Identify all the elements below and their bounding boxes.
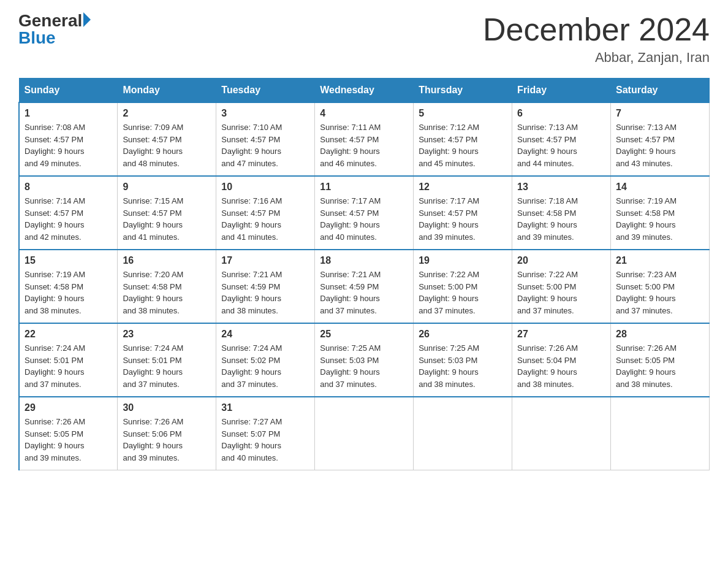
day-number: 3 (221, 108, 309, 119)
calendar-cell: 13 Sunrise: 7:18 AMSunset: 4:58 PMDaylig… (512, 176, 611, 250)
calendar-cell (315, 397, 414, 470)
calendar-cell: 15 Sunrise: 7:19 AMSunset: 4:58 PMDaylig… (19, 250, 118, 323)
month-title: December 2024 (483, 12, 710, 47)
day-info: Sunrise: 7:08 AMSunset: 4:57 PMDaylight:… (25, 121, 112, 169)
calendar-cell: 6 Sunrise: 7:13 AMSunset: 4:57 PMDayligh… (512, 102, 611, 176)
day-info: Sunrise: 7:16 AMSunset: 4:57 PMDaylight:… (221, 195, 309, 243)
day-number: 2 (123, 108, 211, 119)
day-info: Sunrise: 7:24 AMSunset: 5:01 PMDaylight:… (25, 342, 112, 390)
day-number: 14 (616, 182, 704, 193)
day-number: 19 (419, 255, 507, 266)
day-info: Sunrise: 7:21 AMSunset: 4:59 PMDaylight:… (320, 269, 408, 316)
day-info: Sunrise: 7:22 AMSunset: 5:00 PMDaylight:… (517, 269, 605, 316)
day-number: 23 (123, 329, 211, 340)
calendar-cell: 1 Sunrise: 7:08 AMSunset: 4:57 PMDayligh… (19, 102, 118, 176)
day-number: 30 (123, 402, 211, 413)
day-number: 28 (616, 329, 704, 340)
day-info: Sunrise: 7:24 AMSunset: 5:02 PMDaylight:… (221, 342, 309, 390)
calendar-cell (414, 397, 512, 470)
day-info: Sunrise: 7:15 AMSunset: 4:57 PMDaylight:… (123, 195, 211, 243)
calendar-cell: 21 Sunrise: 7:23 AMSunset: 5:00 PMDaylig… (611, 250, 710, 323)
calendar-cell: 12 Sunrise: 7:17 AMSunset: 4:57 PMDaylig… (414, 176, 512, 250)
calendar-cell: 17 Sunrise: 7:21 AMSunset: 4:59 PMDaylig… (216, 250, 315, 323)
calendar-cell: 22 Sunrise: 7:24 AMSunset: 5:01 PMDaylig… (19, 323, 118, 397)
logo-triangle-icon (83, 12, 91, 27)
day-info: Sunrise: 7:27 AMSunset: 5:07 PMDaylight:… (221, 416, 309, 464)
day-info: Sunrise: 7:20 AMSunset: 4:58 PMDaylight:… (123, 269, 211, 316)
day-info: Sunrise: 7:11 AMSunset: 4:57 PMDaylight:… (320, 121, 408, 169)
header-wednesday: Wednesday (315, 79, 414, 103)
title-area: December 2024 Abbar, Zanjan, Iran (483, 12, 710, 66)
calendar-cell: 26 Sunrise: 7:25 AMSunset: 5:03 PMDaylig… (414, 323, 512, 397)
day-info: Sunrise: 7:09 AMSunset: 4:57 PMDaylight:… (123, 121, 211, 169)
day-number: 5 (419, 108, 507, 119)
calendar-cell: 19 Sunrise: 7:22 AMSunset: 5:00 PMDaylig… (414, 250, 512, 323)
location-text: Abbar, Zanjan, Iran (483, 50, 710, 66)
calendar-cell: 27 Sunrise: 7:26 AMSunset: 5:04 PMDaylig… (512, 323, 611, 397)
day-number: 31 (221, 402, 309, 413)
day-number: 1 (25, 108, 112, 119)
day-info: Sunrise: 7:13 AMSunset: 4:57 PMDaylight:… (517, 121, 605, 169)
header-saturday: Saturday (611, 79, 710, 103)
header-sunday: Sunday (19, 79, 118, 103)
logo-general-text: General (18, 12, 82, 29)
day-info: Sunrise: 7:22 AMSunset: 5:00 PMDaylight:… (419, 269, 507, 316)
day-info: Sunrise: 7:25 AMSunset: 5:03 PMDaylight:… (419, 342, 507, 390)
calendar-cell: 7 Sunrise: 7:13 AMSunset: 4:57 PMDayligh… (611, 102, 710, 176)
day-info: Sunrise: 7:26 AMSunset: 5:05 PMDaylight:… (25, 416, 112, 464)
day-info: Sunrise: 7:26 AMSunset: 5:06 PMDaylight:… (123, 416, 211, 464)
calendar-week-4: 22 Sunrise: 7:24 AMSunset: 5:01 PMDaylig… (19, 323, 710, 397)
day-number: 16 (123, 255, 211, 266)
calendar-cell (512, 397, 611, 470)
day-info: Sunrise: 7:17 AMSunset: 4:57 PMDaylight:… (320, 195, 408, 243)
calendar-cell: 5 Sunrise: 7:12 AMSunset: 4:57 PMDayligh… (414, 102, 512, 176)
header-thursday: Thursday (414, 79, 512, 103)
day-info: Sunrise: 7:19 AMSunset: 4:58 PMDaylight:… (25, 269, 112, 316)
day-number: 22 (25, 329, 112, 340)
calendar-cell: 18 Sunrise: 7:21 AMSunset: 4:59 PMDaylig… (315, 250, 414, 323)
calendar-week-3: 15 Sunrise: 7:19 AMSunset: 4:58 PMDaylig… (19, 250, 710, 323)
day-number: 8 (25, 182, 112, 193)
calendar-cell: 10 Sunrise: 7:16 AMSunset: 4:57 PMDaylig… (216, 176, 315, 250)
calendar-week-2: 8 Sunrise: 7:14 AMSunset: 4:57 PMDayligh… (19, 176, 710, 250)
day-info: Sunrise: 7:10 AMSunset: 4:57 PMDaylight:… (221, 121, 309, 169)
day-number: 17 (221, 255, 309, 266)
day-info: Sunrise: 7:14 AMSunset: 4:57 PMDaylight:… (25, 195, 112, 243)
calendar-week-1: 1 Sunrise: 7:08 AMSunset: 4:57 PMDayligh… (19, 102, 710, 176)
day-number: 9 (123, 182, 211, 193)
day-number: 29 (25, 402, 112, 413)
calendar-cell: 8 Sunrise: 7:14 AMSunset: 4:57 PMDayligh… (19, 176, 118, 250)
day-number: 13 (517, 182, 605, 193)
page-header: General Blue December 2024 Abbar, Zanjan… (18, 12, 710, 66)
calendar-cell: 16 Sunrise: 7:20 AMSunset: 4:58 PMDaylig… (118, 250, 216, 323)
calendar-cell: 29 Sunrise: 7:26 AMSunset: 5:05 PMDaylig… (19, 397, 118, 470)
day-info: Sunrise: 7:19 AMSunset: 4:58 PMDaylight:… (616, 195, 704, 243)
day-number: 21 (616, 255, 704, 266)
calendar-cell: 9 Sunrise: 7:15 AMSunset: 4:57 PMDayligh… (118, 176, 216, 250)
calendar-cell: 11 Sunrise: 7:17 AMSunset: 4:57 PMDaylig… (315, 176, 414, 250)
calendar-cell: 25 Sunrise: 7:25 AMSunset: 5:03 PMDaylig… (315, 323, 414, 397)
day-info: Sunrise: 7:24 AMSunset: 5:01 PMDaylight:… (123, 342, 211, 390)
day-number: 6 (517, 108, 605, 119)
calendar-cell: 4 Sunrise: 7:11 AMSunset: 4:57 PMDayligh… (315, 102, 414, 176)
logo-blue-text: Blue (18, 29, 56, 47)
calendar-week-5: 29 Sunrise: 7:26 AMSunset: 5:05 PMDaylig… (19, 397, 710, 470)
day-info: Sunrise: 7:26 AMSunset: 5:05 PMDaylight:… (616, 342, 704, 390)
day-number: 27 (517, 329, 605, 340)
header-friday: Friday (512, 79, 611, 103)
day-info: Sunrise: 7:26 AMSunset: 5:04 PMDaylight:… (517, 342, 605, 390)
calendar-cell: 30 Sunrise: 7:26 AMSunset: 5:06 PMDaylig… (118, 397, 216, 470)
day-number: 18 (320, 255, 408, 266)
day-number: 7 (616, 108, 704, 119)
day-number: 4 (320, 108, 408, 119)
day-info: Sunrise: 7:17 AMSunset: 4:57 PMDaylight:… (419, 195, 507, 243)
calendar-header-row: SundayMondayTuesdayWednesdayThursdayFrid… (19, 79, 710, 103)
day-info: Sunrise: 7:21 AMSunset: 4:59 PMDaylight:… (221, 269, 309, 316)
calendar-cell: 23 Sunrise: 7:24 AMSunset: 5:01 PMDaylig… (118, 323, 216, 397)
day-info: Sunrise: 7:23 AMSunset: 5:00 PMDaylight:… (616, 269, 704, 316)
header-tuesday: Tuesday (216, 79, 315, 103)
calendar-cell: 3 Sunrise: 7:10 AMSunset: 4:57 PMDayligh… (216, 102, 315, 176)
day-number: 12 (419, 182, 507, 193)
day-number: 15 (25, 255, 112, 266)
calendar-cell (611, 397, 710, 470)
